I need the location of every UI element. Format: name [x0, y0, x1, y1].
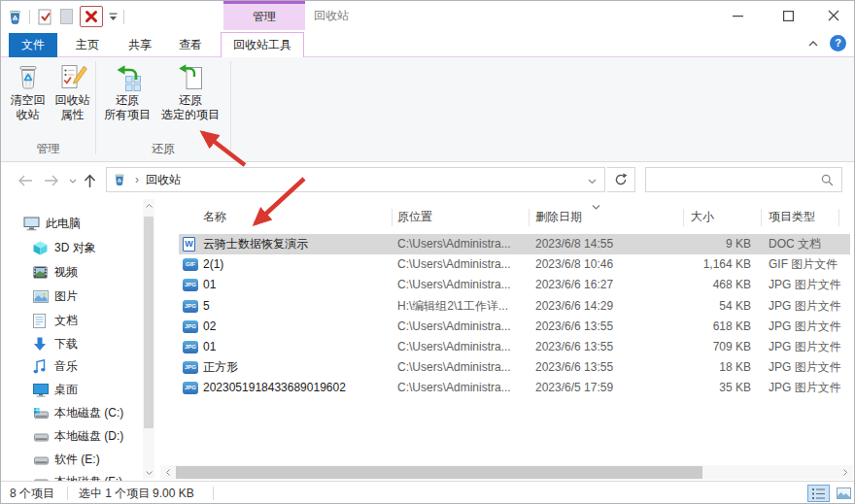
size-cell: 54 KB — [683, 296, 751, 317]
jpg-file-icon: JPG — [183, 382, 198, 394]
sidebar-item-3d-objects[interactable]: 3D 对象 — [1, 238, 143, 258]
sidebar-item-disk-f[interactable]: 本地磁盘 (F:) — [1, 472, 143, 481]
scrollbar-thumb[interactable] — [144, 217, 154, 428]
type-cell: JPG 图片文件 — [769, 337, 851, 357]
file-row[interactable]: JPG 5 H:\编辑组2\1工作详... 2023/6/6 14:29 54 … — [161, 296, 855, 317]
back-icon[interactable] — [16, 171, 35, 190]
ribbon: 清空回 收站 回收站 属性 管理 还原 所有项目 — [1, 57, 854, 162]
type-cell: JPG 图片文件 — [769, 378, 851, 398]
search-input[interactable] — [652, 170, 817, 189]
maximize-button[interactable] — [767, 1, 810, 30]
refresh-icon[interactable] — [607, 167, 635, 192]
disk-icon — [33, 454, 50, 466]
column-header-original-location[interactable]: 原位置 — [397, 203, 527, 230]
close-button[interactable] — [811, 1, 855, 30]
sidebar-item-music[interactable]: 音乐 — [1, 356, 143, 377]
scroll-right-icon[interactable] — [838, 465, 852, 480]
qat-customize-dropdown-icon[interactable] — [109, 13, 118, 21]
empty-recycle-bin-label: 清空回 收站 — [6, 93, 50, 122]
sidebar-item-pictures[interactable]: 图片 — [1, 286, 143, 307]
delete-date-cell: 2023/6/6 16:27 — [535, 275, 652, 295]
file-row[interactable]: JPG 正方形 C:\Users\Administra... 2023/6/6 … — [161, 357, 855, 378]
column-separator — [838, 209, 839, 226]
os-disk-icon — [33, 407, 50, 420]
scroll-left-icon[interactable] — [160, 465, 175, 480]
forward-icon[interactable] — [42, 171, 61, 190]
tab-file[interactable]: 文件 — [9, 33, 57, 57]
jpg-file-icon: JPG — [183, 361, 198, 374]
scroll-up-icon[interactable] — [143, 199, 154, 212]
column-header-size[interactable]: 大小 — [691, 203, 759, 230]
restore-all-items-label: 还原 所有项目 — [101, 93, 154, 122]
file-row[interactable]: JPG 01 C:\Users\Administra... 2023/6/6 1… — [161, 337, 855, 357]
contextual-tab-header: 管理 — [223, 1, 305, 30]
jpg-file-icon: JPG — [183, 300, 198, 313]
file-name-cell: 5 — [203, 296, 388, 317]
search-icon — [821, 174, 834, 189]
status-bar: 8 个项目 选中 1 个项目 9.00 KB — [1, 481, 854, 504]
scrollbar-thumb[interactable] — [176, 466, 702, 479]
column-separator — [683, 209, 684, 226]
sidebar-scrollbar[interactable] — [143, 199, 154, 479]
jpg-file-icon: JPG — [183, 279, 198, 291]
empty-recycle-bin-button[interactable]: 清空回 收站 — [6, 59, 50, 141]
minimize-button[interactable] — [716, 1, 760, 30]
recycle-bin-properties-button[interactable]: 回收站 属性 — [51, 59, 94, 141]
column-header-date-deleted[interactable]: 删除日期 — [535, 203, 681, 230]
file-row[interactable]: JPG 2023051918433689019602 C:\Users\Admi… — [161, 378, 855, 398]
sidebar-item-documents[interactable]: 文档 — [1, 311, 143, 331]
original-path-cell: C:\Users\Administra... — [397, 275, 526, 295]
file-row[interactable]: JPG 01 C:\Users\Administra... 2023/6/6 1… — [161, 275, 855, 295]
sort-descending-icon — [592, 199, 600, 213]
details-view-button[interactable] — [807, 485, 830, 502]
file-row-selected[interactable]: W 云骑士数据恢复演示 C:\Users\Administra... 2023/… — [161, 234, 855, 254]
file-row[interactable]: JPG 02 C:\Users\Administra... 2023/6/6 1… — [161, 317, 855, 337]
thumbnails-view-button[interactable] — [833, 485, 855, 502]
restore-selected-items-button[interactable]: 还原 选定的项目 — [154, 59, 227, 141]
up-icon[interactable] — [80, 171, 99, 190]
help-icon[interactable]: ? — [830, 35, 846, 51]
sidebar-item-disk-c[interactable]: 本地磁盘 (C:) — [1, 403, 143, 423]
recycle-bin-location-icon — [113, 173, 126, 186]
restore-all-items-button[interactable]: 还原 所有项目 — [101, 59, 154, 141]
type-cell: DOC 文档 — [769, 234, 851, 254]
list-horizontal-scrollbar[interactable] — [160, 465, 853, 480]
file-name-cell: 云骑士数据恢复演示 — [203, 234, 388, 254]
recycle-bin-system-icon[interactable] — [7, 9, 23, 25]
scroll-down-icon[interactable] — [143, 466, 154, 479]
tab-recycle-bin-tools[interactable]: 回收站工具 — [221, 32, 304, 58]
video-icon — [33, 266, 48, 279]
3d-cube-icon — [33, 241, 48, 255]
column-header-name[interactable]: 名称 — [181, 203, 390, 230]
tab-home[interactable]: 主页 — [63, 33, 112, 57]
sidebar-item-desktop[interactable]: 桌面 — [1, 380, 143, 400]
collapse-ribbon-icon[interactable] — [805, 36, 821, 51]
breadcrumb-location[interactable]: 回收站 — [146, 172, 181, 188]
delete-date-cell: 2023/6/6 13:55 — [535, 357, 652, 378]
tab-share[interactable]: 共享 — [116, 33, 164, 57]
address-dropdown-icon[interactable] — [588, 174, 597, 187]
tab-view[interactable]: 查看 — [166, 33, 215, 57]
qat-document-icon[interactable] — [59, 8, 74, 25]
file-row[interactable]: GIF 2(1) C:\Users\Administra... 2023/6/8… — [161, 254, 855, 275]
sidebar-item-disk-e[interactable]: 软件 (E:) — [1, 450, 143, 470]
computer-icon — [23, 217, 40, 231]
address-field[interactable]: › 回收站 — [106, 167, 605, 192]
size-cell: 1,164 KB — [683, 254, 751, 275]
sidebar-item-this-pc[interactable]: 此电脑 — [1, 214, 143, 234]
file-name-cell: 2023051918433689019602 — [203, 378, 388, 398]
column-header-item-type[interactable]: 项目类型 — [769, 203, 837, 230]
type-cell: JPG 图片文件 — [769, 275, 851, 295]
qat-delete-icon[interactable] — [80, 6, 103, 27]
item-count: 8 个项目 — [10, 482, 54, 504]
sidebar-item-disk-d[interactable]: 本地磁盘 (D:) — [1, 426, 143, 447]
sidebar-item-videos[interactable]: 视频 — [1, 262, 143, 283]
restore-selected-items-icon — [176, 63, 205, 92]
sidebar-item-downloads[interactable]: 下载 — [1, 334, 143, 354]
original-path-cell: C:\Users\Administra... — [397, 317, 526, 337]
qat-properties-icon[interactable] — [36, 8, 53, 26]
original-path-cell: C:\Users\Administra... — [397, 234, 526, 254]
search-box[interactable] — [645, 167, 842, 192]
file-name-cell: 01 — [203, 337, 388, 357]
delete-date-cell: 2023/6/6 13:55 — [535, 317, 652, 337]
